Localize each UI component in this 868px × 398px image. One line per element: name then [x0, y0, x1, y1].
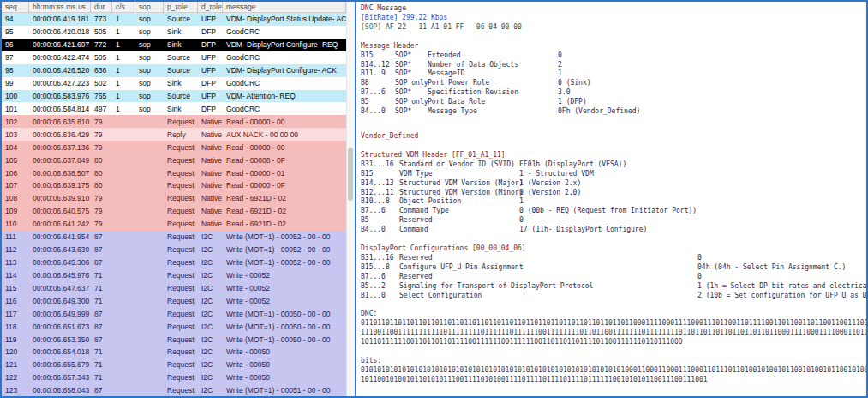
cell-p_role: Request: [164, 194, 198, 202]
table-row[interactable]: 10300:00:06.636.42979ReplyNativeAUX NACK…: [2, 128, 346, 141]
detail-row: B4...0SOP*Message Type0Fh (Vendor_Define…: [361, 107, 866, 117]
column-header-sop[interactable]: sop: [135, 2, 164, 13]
cell-time: 00:00:06.584.814: [29, 105, 91, 113]
table-row[interactable]: 10200:00:06.635.81079RequestNativeRead -…: [2, 115, 346, 128]
cell-p_role: Request: [164, 323, 198, 331]
cell-cs: 1: [112, 15, 135, 23]
cell-seq: 111: [2, 232, 29, 241]
table-row[interactable]: 10700:00:06.639.17580RequestNativeRead -…: [2, 179, 346, 192]
table-row[interactable]: 9400:00:06.419.1817731sopSourceUFPVDM- D…: [2, 13, 346, 26]
cell-time: 00:00:06.641.242: [29, 220, 91, 228]
table-row[interactable]: 9600:00:06.421.6077721sopSinkDFPVDM- Dis…: [2, 39, 346, 51]
detail-field-0: B12...11: [361, 189, 399, 198]
table-row[interactable]: 10500:00:06.637.84980RequestNativeRead -…: [2, 154, 346, 166]
detail-field-1: Object Position: [399, 197, 519, 207]
column-header-dur[interactable]: dur: [91, 2, 112, 13]
cell-dur: 79: [91, 118, 112, 126]
detail-row: B7...6Reserved0: [361, 273, 866, 282]
packet-table-header: seqhh:mm:ss.ms.usdurc/ssopp_roled_roleme…: [2, 2, 346, 13]
cell-d_role: I2C: [198, 310, 223, 318]
detail-row: B5SOP onlyPort Data Role1 (DFP): [361, 98, 866, 107]
section-heading: Message Header: [361, 42, 866, 51]
table-row[interactable]: 11900:00:06.653.35087RequestI2CWrite (MO…: [2, 333, 346, 346]
detail-field-2: 17 (11h- DisplayPort Configure): [519, 226, 866, 235]
binary-data: 0110110110110110110110110110110110110110…: [361, 319, 866, 347]
cell-seq: 102: [2, 118, 29, 126]
cell-d_role: Native: [198, 220, 223, 228]
table-row[interactable]: 10800:00:06.639.91079RequestNativeRead -…: [2, 192, 346, 205]
cell-message: Write - 00050: [223, 360, 346, 369]
column-header-time[interactable]: hh:mm:ss.ms.us: [29, 2, 91, 13]
packet-list-scrollbar[interactable]: [346, 2, 355, 396]
table-row[interactable]: 11400:00:06.645.97671RequestI2CWrite - 0…: [2, 268, 346, 281]
detail-field-1: Signaling for Transport of DisplayPort P…: [399, 282, 697, 292]
cell-dur: 79: [91, 194, 112, 202]
cell-p_role: Source: [164, 53, 198, 62]
detail-row: B7...6SOP*Specification Revision3.0: [361, 88, 866, 98]
detail-field-3: 1 (DFP): [558, 98, 866, 107]
table-row[interactable]: 11500:00:06.647.63771RequestI2CWrite - 0…: [2, 281, 346, 294]
detail-section: DNC:011011011011011011011011011011011011…: [361, 310, 866, 347]
cell-time: 00:00:06.420.018: [29, 27, 91, 36]
cell-cs: 1: [112, 105, 135, 113]
detail-field-1: Reserved: [399, 216, 519, 226]
cell-time: 00:00:06.645.306: [29, 258, 91, 267]
cell-d_role: I2C: [198, 347, 223, 356]
table-row[interactable]: 12200:00:06.657.34371RequestI2CWrite - 0…: [2, 371, 346, 384]
detail-field-2: 1 (1h = Select DP bit rates and electric…: [697, 282, 866, 292]
detail-row: B15SOP*Extended0: [361, 51, 866, 61]
detail-field-2: 0: [697, 254, 866, 263]
cell-message: Read - 00000 - 01: [223, 169, 346, 178]
table-row[interactable]: 11200:00:06.643.63087RequestI2CWrite (MO…: [2, 244, 346, 256]
scrollbar-thumb[interactable]: [348, 148, 353, 201]
table-row[interactable]: 9900:00:06.427.2235021sopSinkDFPGoodCRC: [2, 77, 346, 90]
cell-cs: 1: [112, 66, 135, 75]
cell-message: Write (MOT=1) - 00050 - 00 - 00: [223, 310, 346, 318]
detail-field-0: B15...8: [361, 263, 399, 273]
detail-field-1: SOP*: [395, 69, 428, 79]
table-row[interactable]: 10600:00:06.638.50780RequestNativeRead -…: [2, 166, 346, 179]
cell-seq: 110: [2, 220, 29, 228]
cell-d_role: I2C: [198, 245, 223, 254]
detail-field-0: B14...13: [361, 179, 399, 189]
table-row[interactable]: 10000:00:06.583.9767651sopSourceUFPVDM- …: [2, 90, 346, 103]
cell-d_role: UFP: [198, 53, 223, 62]
table-row[interactable]: 12000:00:06.654.01871RequestI2CWrite - 0…: [2, 346, 346, 359]
cell-d_role: UFP: [198, 66, 223, 75]
detail-field-1: Standard or Vendor ID (SVID): [399, 160, 519, 170]
column-header-d_role[interactable]: d_role: [198, 2, 223, 13]
table-row[interactable]: 10900:00:06.640.57579RequestNativeRead -…: [2, 205, 346, 218]
table-row[interactable]: 11000:00:06.641.24279RequestNativeRead -…: [2, 218, 346, 231]
detail-field-0: B14..12: [361, 61, 395, 70]
column-header-cs[interactable]: c/s: [112, 2, 135, 13]
table-row[interactable]: 9500:00:06.420.0185051sopSinkDFPGoodCRC: [2, 26, 346, 39]
column-header-message[interactable]: message: [223, 2, 346, 13]
detail-row: B1...0Select Configuration2 (10b = Set c…: [361, 292, 866, 301]
cell-d_role: I2C: [198, 386, 223, 395]
table-row[interactable]: 10100:00:06.584.8144971sopSinkDFPGoodCRC: [2, 102, 346, 115]
table-row[interactable]: 11300:00:06.645.30687RequestI2CWrite (MO…: [2, 256, 346, 269]
column-header-seq[interactable]: seq: [2, 2, 29, 13]
table-row[interactable]: 10400:00:06.637.13679RequestNativeRead -…: [2, 141, 346, 154]
cell-d_role: I2C: [198, 323, 223, 331]
table-row[interactable]: 11600:00:06.649.30071RequestI2CWrite - 0…: [2, 294, 346, 307]
detail-row: B10...8Object Position1: [361, 197, 866, 207]
table-row[interactable]: 12100:00:06.655.67971RequestI2CWrite - 0…: [2, 359, 346, 371]
table-row[interactable]: 11700:00:06.649.99987RequestI2CWrite (MO…: [2, 307, 346, 320]
cell-p_role: Request: [164, 143, 198, 152]
table-row[interactable]: 12300:00:06.658.04387RequestI2CWrite (MO…: [2, 384, 346, 396]
table-row[interactable]: 11800:00:06.651.67387RequestI2CWrite (MO…: [2, 320, 346, 333]
cell-time: 00:00:06.421.607: [29, 40, 91, 49]
cell-time: 00:00:06.651.673: [29, 323, 91, 331]
column-header-p_role[interactable]: p_role: [164, 2, 198, 13]
detail-field-0: B11..9: [361, 69, 395, 79]
table-row[interactable]: 9700:00:06.422.4745051sopSourceUFPGoodCR…: [2, 51, 346, 64]
table-row[interactable]: 9800:00:06.426.5206361sopSourceUFPVDM- D…: [2, 64, 346, 77]
cell-d_role: I2C: [198, 232, 223, 241]
cell-message: Write (MOT=1) - 00051 - 00 - 00: [223, 386, 346, 395]
cell-dur: 773: [91, 15, 112, 23]
cell-message: Read - 6921D - 02: [223, 220, 346, 228]
cell-d_role: I2C: [198, 297, 223, 305]
table-row[interactable]: 11100:00:06.641.95487RequestI2CWrite (MO…: [2, 231, 346, 244]
cell-time: 00:00:06.638.507: [29, 169, 91, 178]
